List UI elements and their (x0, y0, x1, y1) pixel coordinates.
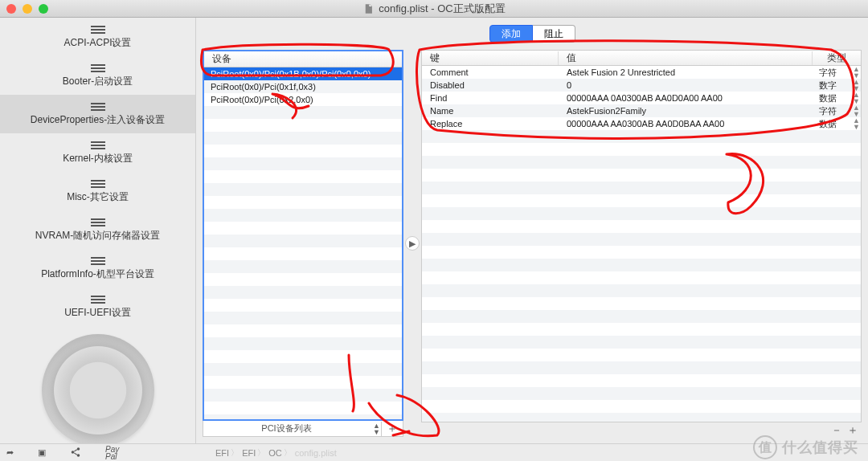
document-icon (362, 3, 374, 14)
col-key[interactable]: 键 (422, 51, 559, 65)
sidebar-item-platforminfo[interactable]: PlatformInfo-机型平台设置 (0, 249, 195, 288)
device-table[interactable]: 设备 PciRoot(0x0)/Pci(0x1B,0x0)/Pci(0x0,0x… (203, 50, 403, 421)
device-table-body: PciRoot(0x0)/Pci(0x1B,0x0)/Pci(0x0,0x0) … (204, 67, 402, 419)
add-device-button[interactable]: ＋ (381, 422, 403, 436)
cell-key[interactable]: Replace (422, 119, 559, 129)
table-row[interactable]: Disabled 0 数字 ▲▼ (422, 79, 861, 92)
jog-dial[interactable] (42, 334, 154, 443)
breadcrumb-item[interactable]: EFI (215, 447, 240, 459)
list-icon (91, 25, 105, 35)
table-row[interactable]: Replace 00000AAA AA0300AB AA0D0BAA AA00 … (422, 117, 861, 130)
cell-key[interactable]: Comment (422, 67, 559, 77)
bottom-icons: ➦ ▣ PayPal (6, 446, 191, 460)
stepper-icon[interactable]: ▲▼ (845, 66, 861, 79)
svg-point-0 (77, 447, 80, 451)
cell-type[interactable]: 字符 (806, 105, 845, 117)
device-footer: PCI设备列表 ▲▼ ＋ (203, 421, 403, 437)
list-icon (91, 141, 105, 150)
sidebar-item-label: Booter-启动设置 (63, 75, 133, 88)
col-val[interactable]: 值 (559, 51, 813, 65)
panel-gap: ▶ (403, 50, 421, 437)
table-row[interactable]: Comment Astek Fusion 2 Unrestricted 字符 ▲… (422, 66, 861, 79)
arrow-right-icon[interactable]: ▶ (405, 236, 420, 251)
properties-body: Comment Astek Fusion 2 Unrestricted 字符 ▲… (421, 66, 862, 422)
share-icon[interactable] (70, 447, 81, 459)
cell-key[interactable]: Name (422, 106, 559, 116)
breadcrumb-item[interactable]: config.plist (295, 447, 337, 459)
content-area: 添加 阻止 设备 PciRoot(0x0)/Pci(0x1B,0x0)/Pci(… (196, 18, 868, 443)
cell-type[interactable]: 数字 (806, 80, 845, 92)
sidebar-item-label: DeviceProperties-注入设备设置 (31, 113, 165, 127)
remove-row-button[interactable]: － (831, 423, 842, 438)
sidebar-item-kernel[interactable]: Kernel-内核设置 (0, 133, 195, 172)
cell-val[interactable]: 00000AAA AA0300AB AA0D0BAA AA00 (559, 119, 806, 129)
device-panel: 设备 PciRoot(0x0)/Pci(0x1B,0x0)/Pci(0x0,0x… (203, 50, 403, 437)
col-type[interactable]: 类型 (813, 51, 861, 65)
sidebar-item-deviceproperties[interactable]: DeviceProperties-注入设备设置 (0, 95, 195, 133)
sidebar-item-label: UEFI-UEFI设置 (64, 306, 131, 320)
cell-key[interactable]: Find (422, 93, 559, 103)
properties-panel: 键 值 类型 Comment Astek Fusion 2 Unrestrict… (421, 50, 862, 437)
back-icon[interactable]: ➦ (6, 447, 14, 458)
sidebar-item-label: NVRAM-随机访问存储器设置 (35, 229, 160, 243)
properties-footer: － ＋ (421, 422, 862, 437)
cell-key[interactable]: Disabled (422, 80, 559, 90)
device-list-label[interactable]: PCI设备列表 (203, 422, 370, 434)
cell-type[interactable]: 数据 (806, 92, 845, 104)
cell-type[interactable]: 字符 (806, 67, 845, 79)
properties-header: 键 值 类型 (421, 50, 862, 66)
sidebar-item-booter[interactable]: Booter-启动设置 (0, 56, 195, 95)
cell-val[interactable]: AstekFusion2Family (559, 106, 806, 116)
sidebar-item-acpi[interactable]: ACPI-ACPI设置 (0, 18, 195, 56)
table-row[interactable]: Name AstekFusion2Family 字符 ▲▼ (422, 104, 861, 117)
stepper-icon[interactable]: ▲▼ (845, 104, 861, 117)
stepper-icon[interactable]: ▲▼ (845, 79, 861, 92)
breadcrumb[interactable]: EFI EFI OC config.plist (215, 447, 337, 459)
traffic-lights (6, 4, 48, 14)
list-icon (91, 218, 105, 227)
breadcrumb-item[interactable]: OC (268, 447, 293, 459)
cell-type[interactable]: 数据 (806, 118, 845, 130)
maximize-icon[interactable] (39, 4, 48, 14)
sidebar-item-label: Kernel-内核设置 (63, 152, 133, 165)
list-icon (91, 295, 105, 304)
svg-point-1 (72, 451, 75, 454)
stepper-icon[interactable]: ▲▼ (370, 422, 381, 435)
minimize-icon[interactable] (23, 4, 32, 14)
table-row[interactable]: PciRoot(0x0)/Pci(0x2,0x0) (204, 93, 402, 106)
cell-val[interactable]: 00000AAA 0A0300AB AA0D0A00 AA00 (559, 93, 806, 103)
segmented-control: 添加 阻止 (196, 18, 868, 50)
stepper-icon[interactable]: ▲▼ (845, 92, 861, 104)
list-icon (91, 63, 105, 73)
titlebar: config.plist - OC正式版配置 (0, 0, 868, 18)
window-title-area: config.plist - OC正式版配置 (362, 2, 505, 16)
list-icon (91, 102, 105, 112)
cell-val[interactable]: Astek Fusion 2 Unrestricted (559, 67, 806, 77)
bottom-bar: ➦ ▣ PayPal EFI EFI OC config.plist (0, 443, 868, 461)
table-row[interactable]: PciRoot(0x0)/Pci(0x1B,0x0)/Pci(0x0,0x0) (204, 67, 402, 80)
sidebar-item-misc[interactable]: Misc-其它设置 (0, 172, 195, 210)
sidebar-item-uefi[interactable]: UEFI-UEFI设置 (0, 288, 195, 326)
sidebar-item-label: Misc-其它设置 (67, 190, 129, 204)
add-row-button[interactable]: ＋ (847, 423, 858, 438)
table-row[interactable]: Find 00000AAA 0A0300AB AA0D0A00 AA00 数据 … (422, 92, 861, 104)
list-icon (91, 256, 105, 266)
add-button[interactable]: 添加 (489, 25, 533, 43)
block-button[interactable]: 阻止 (533, 25, 575, 43)
sidebar-item-nvram[interactable]: NVRAM-随机访问存储器设置 (0, 210, 195, 249)
stepper-icon[interactable]: ▲▼ (845, 117, 861, 130)
window-title: config.plist - OC正式版配置 (379, 2, 505, 16)
cell-val[interactable]: 0 (559, 80, 806, 90)
close-icon[interactable] (6, 4, 16, 14)
list-icon (91, 179, 105, 189)
export-icon[interactable]: ▣ (38, 447, 46, 458)
sidebar: ACPI-ACPI设置 Booter-启动设置 DeviceProperties… (0, 18, 196, 443)
svg-point-2 (77, 454, 80, 457)
sidebar-item-label: ACPI-ACPI设置 (63, 36, 131, 50)
sidebar-item-label: PlatformInfo-机型平台设置 (41, 267, 154, 281)
table-row[interactable]: PciRoot(0x0)/Pci(0x1f,0x3) (204, 80, 402, 93)
breadcrumb-item[interactable]: EFI (242, 447, 267, 459)
paypal-icon[interactable]: PayPal (105, 446, 119, 460)
device-table-header[interactable]: 设备 (204, 51, 402, 67)
